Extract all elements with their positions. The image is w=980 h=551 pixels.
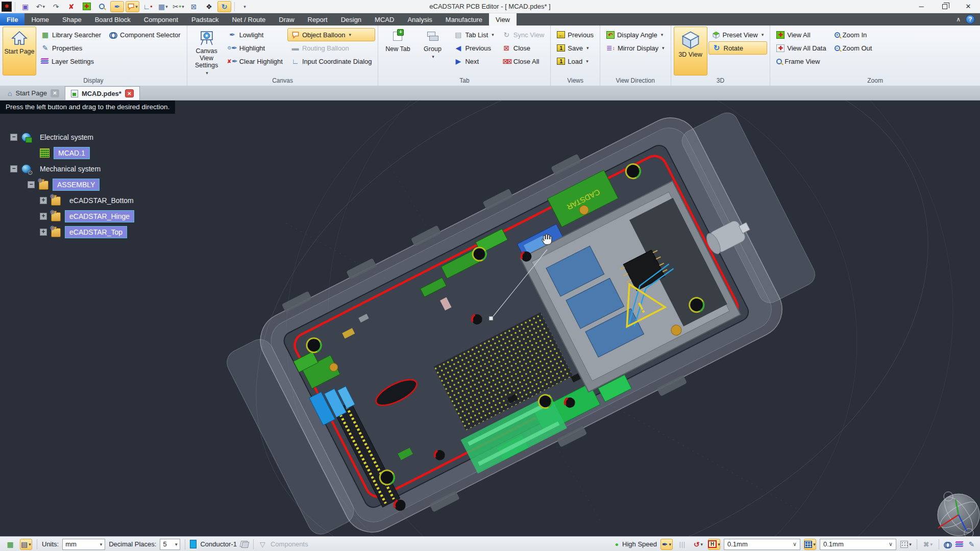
board-statistics-icon[interactable]: ▦ [4,539,16,550]
view-all-icon[interactable]: ✚ [80,1,93,12]
tree-item-mcad-1[interactable]: MCAD.1 [0,145,138,161]
tree-item-ecadstar-bottom[interactable]: + eCADSTAR_Bottom [0,192,138,208]
layer-pair-icon[interactable] [240,541,249,548]
view-all-data-button[interactable]: ✚View All Data [773,41,829,55]
grid-size-input[interactable]: 0.1mm∨ [724,539,800,550]
highlight-button[interactable]: ⚙✒Highlight [225,41,286,55]
navigation-sphere[interactable] [937,492,980,536]
decimal-places-select[interactable]: 5▾ [160,539,180,550]
menu-tab-shape[interactable]: Shape [56,13,88,26]
clear-highlight-button[interactable]: ✘✒Clear Highlight [225,55,286,68]
components-filter-icon[interactable]: ▽ [258,540,267,548]
tree-item-assembly[interactable]: − ASSEMBLY [0,177,138,192]
menu-tab-home[interactable]: Home [24,13,56,26]
close-start-page-icon[interactable]: ✕ [51,89,59,97]
menu-tab-padstack[interactable]: Padstack [185,13,225,26]
snap-grid-input[interactable]: 0.1mm∨ [820,539,896,550]
start-page-button[interactable]: Start Page [3,27,36,76]
push-aside-icon[interactable]: ||| [676,539,689,550]
properties-icon[interactable]: ✎ [967,540,976,548]
units-select[interactable]: mm▾ [62,539,105,550]
menu-tab-analysis[interactable]: Analysis [401,13,438,26]
view-all-button[interactable]: ✚View All [773,28,829,41]
menu-tab-board-block[interactable]: Board Block [88,13,137,26]
expand-icon[interactable]: + [40,197,47,204]
preset-view-button[interactable]: Preset View▾ [708,28,768,41]
pan-icon[interactable]: ❖ [202,1,216,12]
menu-tab-net-route[interactable]: Net / Route [225,13,272,26]
enclosure-assembly[interactable]: CADSTAR [213,101,834,536]
load-view-button[interactable]: 1Load▾ [553,55,597,68]
input-coordinate-icon[interactable]: ∟● [141,1,155,12]
customize-qat-icon[interactable]: ▾ [238,1,252,12]
tree-item-electrical-system[interactable]: − Electrical system [0,129,138,145]
rotate-button[interactable]: ↻Rotate [708,41,768,55]
component-selector-button[interactable]: Component Selector [106,28,184,41]
cross-probe-button[interactable]: ✖▾ [922,539,934,550]
close-button[interactable]: ✕ [957,0,980,13]
frame-view-button[interactable]: Frame View [773,55,829,68]
new-tab-button[interactable]: New Tab [381,27,414,76]
frame-view-icon[interactable] [95,1,109,12]
close-tab-button[interactable]: ⊠Close [499,41,548,55]
menu-tab-file[interactable]: File [0,13,24,26]
menu-tab-mcad[interactable]: MCAD [368,13,401,26]
close-mcad-icon[interactable]: ✕ [125,89,134,97]
zoom-out-button[interactable]: −Zoom Out [831,41,876,55]
customize-tools-icon[interactable]: ✂+▾ [172,1,185,12]
canvas-view-settings-button[interactable]: Canvas View Settings ▾ [190,27,224,76]
route-mode-button[interactable]: ✒▾ [660,539,673,550]
speed-label[interactable]: High Speed [622,540,657,548]
routing-balloon-button[interactable]: ▬Routing Balloon [287,41,376,55]
close-all-tabs-button[interactable]: ⊠⊠Close All [499,55,548,68]
menu-tab-view[interactable]: View [489,13,517,26]
previous-tab-button[interactable]: ◀Previous [450,41,497,55]
lowlight-button[interactable]: ✒Lowlight [225,28,286,41]
menu-tab-report[interactable]: Report [301,13,334,26]
design-canvas[interactable]: CADSTAR [0,101,980,536]
doc-tab-mcad[interactable]: MCAD.pdes* ✕ [65,86,140,100]
restore-button[interactable] [933,0,957,13]
help-icon[interactable]: ? [966,15,975,24]
library-searcher-button[interactable]: ▦Library Searcher [37,28,105,41]
delete-icon[interactable]: ✘ [64,1,78,12]
doc-tab-start-page[interactable]: ⌂ Start Page ✕ [2,86,65,100]
layer-settings-button[interactable]: Layer Settings [37,55,105,68]
find-icon[interactable] [944,542,952,547]
collapse-icon[interactable]: − [10,134,17,141]
3d-view-button[interactable]: 3D View [674,27,707,76]
menu-tab-draw[interactable]: Draw [272,13,301,26]
menu-tab-design[interactable]: Design [334,13,368,26]
rotate-sync-icon[interactable]: ↻ [217,1,231,12]
export-document-icon[interactable]: ⊠ [187,1,201,12]
sync-view-button[interactable]: ↻Sync View [499,28,548,41]
properties-button[interactable]: ✎Properties [37,41,105,55]
collapse-icon[interactable]: − [28,181,35,188]
save-view-button[interactable]: 1Save▾ [553,41,597,55]
redo-icon[interactable]: ↷ [49,1,63,12]
minimize-button[interactable]: ─ [910,0,933,13]
display-grid-button[interactable]: ▾ [804,539,816,550]
loop-removal-button[interactable]: ↺▾ [692,539,704,550]
active-layer-name[interactable]: Conductor-1 [200,540,237,548]
collapse-ribbon-icon[interactable]: ∧ [956,16,961,23]
canvas-view-icon[interactable]: ▦▾ [156,1,170,12]
tab-list-button[interactable]: ▤Tab List▾ [450,28,497,41]
display-list-button[interactable]: ▤▾ [20,539,32,550]
3d-scene[interactable]: CADSTAR [0,101,980,536]
collapse-icon[interactable]: − [10,165,17,172]
pick-tool-icon[interactable]: ✒ [110,1,124,12]
previous-view-button[interactable]: ←Previous [553,28,597,41]
expand-icon[interactable]: + [40,229,47,236]
mirror-display-button[interactable]: ≣↕Mirror Display▾ [603,41,668,55]
tree-item-ecadstar-hinge[interactable]: + eCADSTAR_Hinge [0,208,138,224]
tab-group-button[interactable]: Group ▾ [415,27,449,76]
tree-item-mechanical-system[interactable]: − Mechanical system [0,161,138,177]
menu-tab-component[interactable]: Component [137,13,185,26]
object-balloon-button[interactable]: Object Balloon▾ [287,28,376,41]
input-coordinate-dialog-button[interactable]: ∟Input Coordinate Dialog [287,55,376,68]
hug-routing-button[interactable]: H▾ [708,539,720,550]
expand-icon[interactable]: + [40,213,47,220]
save-icon[interactable]: ▣ [18,1,32,12]
snap-grid-button[interactable]: ▾ [900,539,912,550]
